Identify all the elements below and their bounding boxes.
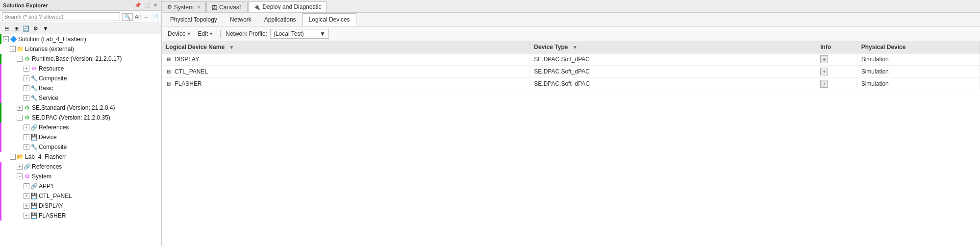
expander-dpac-composite[interactable]: + xyxy=(24,144,29,150)
sub-tab-applications-label: Applications xyxy=(264,16,296,23)
sub-tab-logical-devices-label: Logical Devices xyxy=(309,16,350,23)
tree-toolbar: ⊟ ⊞ 🔄 ⚙ ▼ xyxy=(0,23,161,34)
sub-tab-physical-topology[interactable]: Physical Topology xyxy=(164,13,224,26)
row1-info-icon[interactable]: + xyxy=(820,55,828,63)
expander-composite[interactable]: + xyxy=(24,75,29,81)
expand-all-icon[interactable]: ⊞ xyxy=(12,24,21,33)
edit-dropdown-arrow: ▼ xyxy=(209,31,213,36)
tree-row-se-dpac[interactable]: − ⚙ SE.DPAC (Version: 21.2.0.35) xyxy=(0,113,161,123)
row2-type: SE.DPAC.Soft_dPAC xyxy=(530,66,816,78)
device-button-label: Device xyxy=(168,30,186,37)
expander-basic[interactable]: + xyxy=(24,85,29,91)
float-button[interactable]: ⬜ xyxy=(143,2,151,8)
table-row[interactable]: 🖥 DISPLAY SE.DPAC.Soft_dPAC + Simulation xyxy=(162,53,980,66)
tree-row-solution[interactable]: − 🔷 Solution (Lab_4_Flasherr) xyxy=(0,34,161,44)
search-button[interactable]: 🔍 xyxy=(122,13,133,21)
row3-name: 🖥 FLASHER xyxy=(162,78,530,90)
expander-libraries[interactable]: − xyxy=(10,46,16,52)
expander-app1[interactable]: + xyxy=(24,183,29,189)
sync-button[interactable]: ↔ xyxy=(143,14,150,20)
search-input[interactable] xyxy=(2,12,120,21)
tree-row-basic[interactable]: + 🔧 Basic xyxy=(0,83,161,93)
table-row[interactable]: 🖥 FLASHER SE.DPAC.Soft_dPAC + Simulation xyxy=(162,78,980,90)
edit-button-label: Edit xyxy=(198,30,208,37)
tree-row-libraries[interactable]: − 📁 Libraries (external) xyxy=(0,44,161,54)
panel-title: Solution Explorer xyxy=(3,2,48,8)
expander-flasher[interactable]: + xyxy=(24,213,29,219)
tree-row-app1[interactable]: + 🔗 APP1 xyxy=(0,181,161,191)
toolbar-separator xyxy=(220,30,221,38)
tree-row-dpac-composite[interactable]: + 🔧 Composite xyxy=(0,142,161,152)
runtime-base-label: Runtime.Base (Version: 21.2.0.17) xyxy=(32,55,122,62)
tree-row-dpac-references[interactable]: + 🔗 References xyxy=(0,123,161,132)
expander-ctl-panel[interactable]: + xyxy=(24,193,29,199)
tree-row-service[interactable]: + 🔧 Service xyxy=(0,93,161,103)
expander-se-standard[interactable]: + xyxy=(17,105,23,111)
tab-system[interactable]: ⚙ System ✕ xyxy=(162,1,206,12)
logical-devices-table: Logical Device Name ▼ Device Type ▼ Info… xyxy=(162,41,980,90)
tree-row-flasher[interactable]: + 💾 FLASHER xyxy=(0,211,161,221)
tab-canvas1[interactable]: 🖼 Canvas1 xyxy=(206,1,248,12)
expander-dpac-device[interactable]: + xyxy=(24,134,29,140)
expander-se-dpac[interactable]: − xyxy=(17,115,23,121)
service-icon: 🔧 xyxy=(30,94,38,102)
sub-tab-network[interactable]: Network xyxy=(224,13,258,26)
sub-tab-logical-devices[interactable]: Logical Devices xyxy=(302,13,356,26)
properties-icon[interactable]: ⚙ xyxy=(31,24,40,33)
tree-row-composite[interactable]: + 🔧 Composite xyxy=(0,74,161,83)
canvas1-tab-icon: 🖼 xyxy=(212,4,217,10)
expander-system[interactable]: − xyxy=(17,173,23,179)
tree-row-display[interactable]: + 💾 DISPLAY xyxy=(0,201,161,211)
new-solution-button[interactable]: 📄 xyxy=(151,14,159,20)
network-profile-select[interactable]: (Local Test) ▼ xyxy=(270,29,329,39)
expander-display[interactable]: + xyxy=(24,203,29,209)
basic-icon: 🔧 xyxy=(30,84,38,92)
sub-tab-applications[interactable]: Applications xyxy=(258,13,302,26)
expander-lab4-references[interactable]: + xyxy=(17,164,23,170)
table-row[interactable]: 🖥 CTL_PANEL SE.DPAC.Soft_dPAC + Simulati… xyxy=(162,66,980,78)
expander-dpac-references[interactable]: + xyxy=(24,124,29,130)
tree-row-ctl-panel[interactable]: + 💾 CTL_PANEL xyxy=(0,191,161,201)
row3-info-icon[interactable]: + xyxy=(820,80,828,88)
col-header-info: Info xyxy=(816,41,857,53)
close-panel-button[interactable]: ✕ xyxy=(152,2,158,8)
system-icon: ⚙ xyxy=(23,172,31,180)
tab-deploy[interactable]: 🔌 Deploy and Diagnostic xyxy=(248,1,327,12)
col-type-label: Device Type xyxy=(534,44,568,50)
ctl-panel-label: CTL_PANEL xyxy=(39,193,72,199)
expander-service[interactable]: + xyxy=(24,95,29,101)
main-area: ⚙ System ✕ 🖼 Canvas1 🔌 Deploy and Diagno… xyxy=(162,0,980,246)
tree-row-se-standard[interactable]: + ⚙ SE.Standard (Version: 21.2.0.4) xyxy=(0,103,161,113)
solution-explorer-panel: Solution Explorer 📌 ⬜ ✕ 🔍 All ↔ 📄 ⊟ ⊞ 🔄 … xyxy=(0,0,162,246)
top-tab-bar: ⚙ System ✕ 🖼 Canvas1 🔌 Deploy and Diagno… xyxy=(162,0,980,13)
device-button[interactable]: Device ▼ xyxy=(166,29,193,38)
se-dpac-icon: ⚙ xyxy=(23,114,31,122)
tree-row-dpac-device[interactable]: + 💾 Device xyxy=(0,132,161,142)
pin-button[interactable]: 📌 xyxy=(134,2,142,8)
tree-row-runtime-base[interactable]: − ⚙ Runtime.Base (Version: 21.2.0.17) xyxy=(0,54,161,64)
lab4-references-icon: 🔗 xyxy=(23,163,31,171)
expander-runtime-base[interactable]: − xyxy=(17,56,23,62)
tree-row-resource[interactable]: + ⚙ Resource xyxy=(0,64,161,74)
tree-row-system[interactable]: − ⚙ System xyxy=(0,172,161,181)
expander-solution[interactable]: − xyxy=(3,36,9,42)
resource-icon: ⚙ xyxy=(30,65,38,73)
tree-row-lab4-flasherr[interactable]: − 📂 Lab_4_Flasherr xyxy=(0,152,161,162)
lab4-flasherr-icon: 📂 xyxy=(16,153,24,161)
composite-icon: 🔧 xyxy=(30,74,38,82)
collapse-all-icon[interactable]: ⊟ xyxy=(2,24,11,33)
se-standard-icon: ⚙ xyxy=(23,104,31,112)
tab-system-close[interactable]: ✕ xyxy=(197,4,201,10)
col-type-filter[interactable]: ▼ xyxy=(573,45,578,50)
sub-tab-physical-topology-label: Physical Topology xyxy=(170,16,217,23)
expander-lab4-flasherr[interactable]: − xyxy=(10,154,16,160)
filter-icon[interactable]: ▼ xyxy=(41,24,50,33)
edit-button[interactable]: Edit ▼ xyxy=(196,29,216,38)
col-name-filter[interactable]: ▼ xyxy=(229,45,234,50)
tree-row-lab4-references[interactable]: + 🔗 References xyxy=(0,162,161,172)
col-physical-label: Physical Device xyxy=(861,44,906,50)
row2-info-icon[interactable]: + xyxy=(820,68,828,75)
expander-resource[interactable]: + xyxy=(24,66,29,72)
col-header-physical: Physical Device xyxy=(857,41,980,53)
refresh-icon[interactable]: 🔄 xyxy=(22,24,30,33)
